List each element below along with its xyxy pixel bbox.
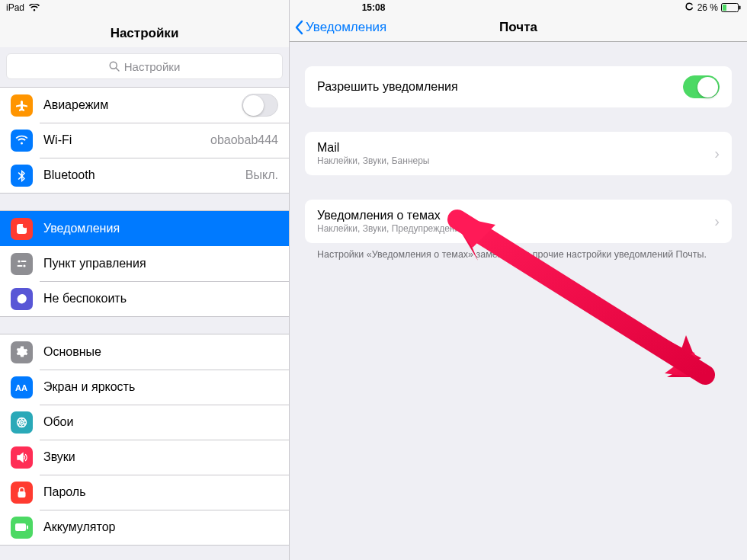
sidebar-item-label: Не беспокоить: [43, 292, 278, 306]
display-icon: AA: [11, 376, 33, 398]
svg-rect-2: [739, 6, 741, 10]
cell-subtitle: Наклейки, Звуки, Предупреждения: [317, 223, 714, 234]
page-title: Почта: [499, 20, 537, 35]
sidebar-item-passcode[interactable]: Пароль: [0, 475, 289, 510]
svg-point-13: [21, 421, 22, 423]
battery-pct: 26 %: [697, 2, 718, 13]
section-footer: Настройки «Уведомления о темах» заменят …: [305, 243, 732, 261]
sidebar-group: Основные AA Экран и яркость Обои Звуки П…: [0, 334, 289, 546]
sidebar-item-value: obaobab444: [210, 133, 278, 147]
svg-point-7: [18, 260, 20, 262]
main-panel: Уведомления Почта Разрешить уведомления …: [290, 0, 747, 560]
svg-rect-8: [21, 261, 27, 262]
sidebar-item-display[interactable]: AA Экран и яркость: [0, 370, 289, 405]
allow-toggle[interactable]: [683, 75, 720, 98]
search-input[interactable]: Настройки: [6, 53, 283, 79]
back-button[interactable]: Уведомления: [290, 20, 386, 35]
sidebar-item-airplane[interactable]: Авиарежим: [0, 88, 289, 123]
status-time: 15:08: [362, 2, 386, 13]
status-bar: iPad 15:08 26 %: [0, 0, 747, 15]
chevron-right-icon: ›: [714, 145, 720, 162]
svg-text:AA: AA: [15, 383, 27, 392]
cell-thread-notifications[interactable]: Уведомления о темах Наклейки, Звуки, Пре…: [305, 200, 732, 243]
svg-rect-19: [27, 526, 28, 530]
back-label: Уведомления: [306, 20, 386, 35]
sidebar-title: Настройки: [0, 18, 289, 47]
cell-title: Mail: [317, 141, 714, 155]
wallpaper-icon: [11, 411, 33, 434]
section-allow: Разрешить уведомления: [305, 66, 732, 107]
sidebar-item-label: Основные: [43, 345, 278, 359]
sidebar-item-label: Уведомления: [43, 222, 278, 235]
sidebar: Настройки Настройки Авиарежим Wi-Fi obao…: [0, 0, 290, 560]
sidebar-item-value: Выкл.: [245, 168, 278, 182]
sidebar-item-sounds[interactable]: Звуки: [0, 440, 289, 475]
section-thread: Уведомления о темах Наклейки, Звуки, Пре…: [305, 200, 732, 243]
status-device: iPad: [6, 2, 24, 13]
sidebar-item-label: Bluetooth: [43, 168, 245, 182]
svg-line-4: [116, 68, 119, 71]
battery-icon: [721, 3, 741, 12]
sidebar-item-label: Авиарежим: [43, 98, 242, 112]
sidebar-item-label: Аккумулятор: [43, 520, 278, 534]
sidebar-item-label: Обои: [43, 415, 278, 429]
section-accounts: Mail Наклейки, Звуки, Баннеры ›: [305, 132, 732, 175]
bluetooth-icon: [11, 165, 33, 187]
wifi-settings-icon: [11, 130, 33, 152]
svg-rect-1: [723, 5, 726, 11]
search-placeholder: Настройки: [124, 60, 181, 73]
cell-title: Уведомления о темах: [317, 209, 714, 222]
sidebar-item-bluetooth[interactable]: Bluetooth Выкл.: [0, 158, 289, 193]
sidebar-item-dnd[interactable]: Не беспокоить: [0, 281, 289, 316]
wifi-icon: [29, 4, 40, 11]
cell-mail-account[interactable]: Mail Наклейки, Звуки, Баннеры ›: [305, 132, 732, 175]
cell-subtitle: Наклейки, Звуки, Баннеры: [317, 155, 714, 166]
dnd-icon: [11, 288, 33, 310]
svg-point-6: [23, 222, 27, 227]
sidebar-item-label: Пароль: [43, 485, 278, 499]
sidebar-item-controlcenter[interactable]: Пункт управления: [0, 246, 289, 281]
notifications-icon: [11, 218, 33, 240]
svg-rect-18: [15, 523, 26, 531]
sidebar-item-wifi[interactable]: Wi-Fi obaobab444: [0, 123, 289, 158]
sidebar-item-label: Wi-Fi: [43, 133, 210, 147]
battery-settings-icon: [11, 517, 33, 539]
airplane-toggle[interactable]: [242, 94, 278, 117]
sidebar-group: Авиарежим Wi-Fi obaobab444 Bluetooth Вык…: [0, 87, 289, 194]
cell-allow-notifications[interactable]: Разрешить уведомления: [305, 66, 732, 107]
svg-rect-17: [18, 491, 26, 498]
svg-rect-10: [18, 265, 23, 267]
airplane-icon: [11, 94, 33, 117]
search-icon: [109, 61, 120, 72]
sidebar-item-notifications[interactable]: Уведомления: [0, 211, 289, 246]
gear-icon: [11, 341, 33, 363]
passcode-icon: [11, 482, 33, 504]
sidebar-item-battery[interactable]: Аккумулятор: [0, 510, 289, 545]
sync-icon: [684, 2, 694, 14]
allow-label: Разрешить уведомления: [317, 80, 683, 94]
svg-point-9: [23, 264, 25, 267]
chevron-left-icon: [294, 20, 303, 35]
sidebar-item-label: Пункт управления: [43, 257, 278, 270]
sidebar-item-label: Экран и яркость: [43, 380, 278, 394]
sidebar-item-wallpaper[interactable]: Обои: [0, 405, 289, 440]
sidebar-item-label: Звуки: [43, 450, 278, 464]
sidebar-item-general[interactable]: Основные: [0, 334, 289, 370]
chevron-right-icon: ›: [714, 213, 720, 230]
sounds-icon: [11, 446, 33, 469]
sidebar-group: Уведомления Пункт управления Не беспокои…: [0, 210, 289, 317]
controlcenter-icon: [11, 253, 33, 275]
